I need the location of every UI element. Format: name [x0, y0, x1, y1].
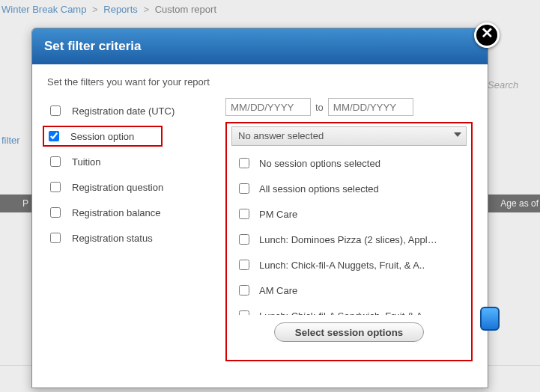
opt-label: AM Care [259, 285, 297, 296]
chk-reg-status[interactable] [50, 233, 61, 243]
list-item[interactable]: No session options selected [231, 150, 467, 176]
modal-lead: Set the filters you want for your report [47, 76, 473, 88]
date-to[interactable] [328, 98, 413, 116]
lbl-reg-date: Registration date (UTC) [72, 105, 175, 117]
opt-label: Lunch: Dominoes Pizza (2 slices), Appl… [259, 234, 437, 245]
opt-chk[interactable] [239, 209, 249, 219]
select-session-options-button[interactable]: Select session options [274, 322, 424, 342]
lbl-reg-bal: Registration balance [72, 207, 161, 218]
list-item[interactable]: PM Care [231, 201, 467, 227]
dropdown-label: No answer selected [238, 130, 324, 141]
session-options-list[interactable]: No session options selected All session … [231, 150, 467, 315]
opt-chk[interactable] [239, 285, 249, 295]
list-item[interactable]: Lunch: Chick-fil-A Sandwich, Fruit & A… [231, 303, 467, 315]
opt-chk[interactable] [239, 310, 249, 315]
date-to-label: to [315, 102, 324, 113]
opt-label: All session options selected [259, 183, 379, 195]
filter-modal: ✕ Set filter criteria Set the filters yo… [31, 28, 488, 388]
chk-session[interactable] [49, 131, 59, 141]
lbl-session: Session option [70, 131, 134, 142]
opt-label: No session options selected [259, 158, 380, 169]
chk-reg-bal[interactable] [50, 207, 61, 218]
modal-title: Set filter criteria [32, 28, 488, 64]
list-item[interactable]: All session options selected [231, 176, 467, 201]
opt-label: Lunch: Chick-fil-A Nuggets, Fruit, & A.. [259, 260, 425, 271]
filter-list: Registration date (UTC) Session option T… [47, 98, 212, 361]
date-from[interactable] [225, 98, 311, 116]
list-item[interactable]: Lunch: Chick-fil-A Nuggets, Fruit, & A.. [231, 252, 467, 278]
session-dropdown[interactable]: No answer selected [231, 126, 467, 146]
chk-tuition[interactable] [50, 156, 61, 167]
opt-label: Lunch: Chick-fil-A Sandwich, Fruit & A… [259, 310, 432, 316]
chk-reg-date[interactable] [50, 105, 61, 116]
list-item[interactable]: Lunch: Dominoes Pizza (2 slices), Appl… [231, 227, 467, 252]
session-panel: No answer selected No session options se… [225, 122, 473, 361]
opt-chk[interactable] [239, 158, 249, 168]
opt-chk[interactable] [239, 234, 249, 245]
date-range: to [225, 98, 473, 116]
list-item[interactable]: AM Care [231, 278, 467, 303]
side-button[interactable] [480, 307, 500, 331]
lbl-tuition: Tuition [72, 156, 101, 168]
chevron-down-icon [454, 132, 461, 137]
opt-chk[interactable] [239, 260, 249, 270]
chk-reg-q[interactable] [50, 182, 61, 192]
lbl-reg-q: Registration question [72, 182, 163, 193]
lbl-reg-status: Registration status [72, 233, 153, 244]
close-icon[interactable]: ✕ [474, 22, 500, 48]
opt-chk[interactable] [239, 183, 249, 194]
opt-label: PM Care [259, 209, 297, 220]
